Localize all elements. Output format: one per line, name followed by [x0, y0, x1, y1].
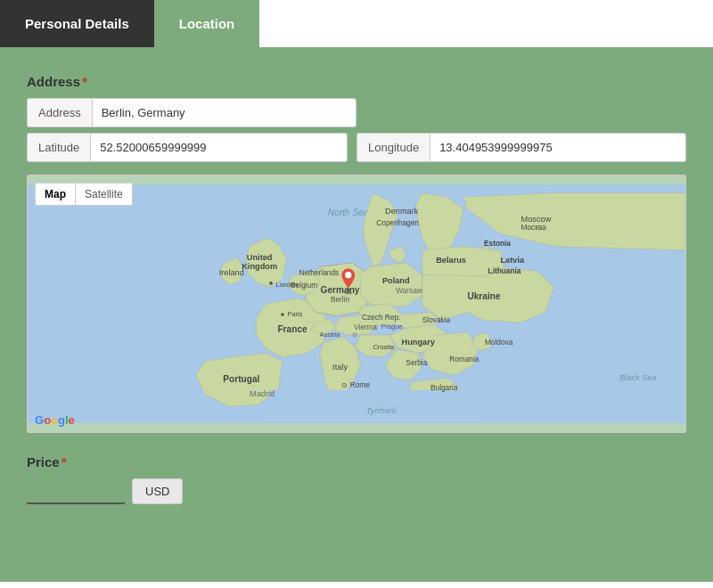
svg-text:Madrid: Madrid [250, 389, 275, 398]
main-content: Address* Address Latitude Longitude Map … [0, 47, 713, 582]
svg-text:Serbia: Serbia [406, 358, 427, 367]
svg-point-46 [345, 272, 351, 278]
svg-text:United: United [247, 253, 273, 262]
price-required-star: * [61, 454, 67, 470]
svg-text:Hungary: Hungary [401, 338, 435, 347]
address-input[interactable] [93, 99, 356, 127]
satellite-view-button[interactable]: Satellite [75, 184, 132, 205]
svg-text:Warsaw: Warsaw [396, 286, 423, 295]
price-input[interactable] [27, 484, 125, 499]
svg-text:Italy: Italy [332, 363, 348, 372]
svg-text:Kingdom: Kingdom [242, 262, 277, 271]
address-field-row: Address [27, 98, 356, 127]
svg-point-40 [269, 282, 273, 285]
svg-text:France: France [277, 324, 307, 334]
address-label: Address* [27, 74, 686, 89]
svg-text:Prague: Prague [381, 323, 403, 331]
svg-text:⊙: ⊙ [352, 331, 357, 339]
svg-text:⊙ Rome: ⊙ Rome [341, 380, 370, 389]
map-svg: North Sea Black Sea [28, 176, 685, 432]
svg-text:Copenhagen: Copenhagen [376, 218, 419, 227]
svg-text:Slovakia: Slovakia [422, 315, 451, 324]
svg-text:Berlin: Berlin [331, 295, 350, 304]
svg-point-42 [281, 313, 284, 316]
svg-text:Ukraine: Ukraine [467, 291, 501, 301]
tab-location[interactable]: Location [154, 0, 260, 47]
svg-text:Netherlands: Netherlands [299, 268, 339, 277]
svg-text:Czech Rep.: Czech Rep. [362, 313, 400, 322]
svg-text:Denmark: Denmark [385, 207, 419, 216]
svg-text:Poland: Poland [382, 276, 410, 285]
svg-text:North Sea: North Sea [328, 208, 369, 217]
map-view-button[interactable]: Map [36, 184, 75, 205]
svg-text:Croatia: Croatia [373, 343, 395, 351]
currency-badge: USD [132, 478, 183, 504]
latitude-box: Latitude [27, 133, 348, 162]
required-star: * [82, 74, 87, 89]
lat-lon-row: Latitude Longitude [27, 133, 686, 162]
google-logo: Google [35, 413, 75, 427]
price-row: USD [27, 478, 686, 504]
tab-bar: Personal Details Location [0, 0, 713, 47]
map-controls: Map Satellite [35, 183, 133, 206]
svg-text:London: London [276, 281, 299, 289]
price-label: Price* [27, 454, 686, 470]
svg-point-45 [344, 291, 352, 295]
longitude-box: Longitude [356, 133, 686, 162]
map-container[interactable]: Map Satellite North Sea Black Sea [27, 175, 686, 433]
svg-text:Latvia: Latvia [500, 256, 525, 265]
latitude-input[interactable] [91, 134, 347, 161]
svg-text:Romania: Romania [449, 355, 479, 363]
svg-text:Ireland: Ireland [219, 268, 244, 277]
svg-point-44 [347, 288, 350, 291]
longitude-input[interactable] [430, 134, 685, 161]
latitude-label: Latitude [28, 134, 91, 161]
svg-text:Germany: Germany [321, 285, 360, 295]
svg-text:Paris: Paris [288, 310, 303, 318]
svg-text:Black Sea: Black Sea [619, 373, 657, 382]
svg-text:Estonia: Estonia [484, 239, 511, 248]
svg-text:Belarus: Belarus [436, 256, 466, 265]
price-input-wrap [27, 484, 125, 504]
svg-text:Bulgaria: Bulgaria [430, 383, 458, 392]
address-field-label: Address [28, 99, 93, 127]
longitude-label: Longitude [357, 134, 430, 161]
tab-personal-details[interactable]: Personal Details [0, 0, 154, 47]
svg-text:Tyrrheni: Tyrrheni [366, 406, 397, 415]
svg-text:Москва: Москва [521, 223, 547, 232]
svg-text:Portugal: Portugal [223, 374, 259, 384]
svg-text:Lithuania: Lithuania [488, 266, 521, 275]
svg-text:Austria: Austria [319, 331, 340, 339]
price-section: Price* USD [27, 454, 686, 504]
svg-text:Moldova: Moldova [485, 338, 513, 347]
